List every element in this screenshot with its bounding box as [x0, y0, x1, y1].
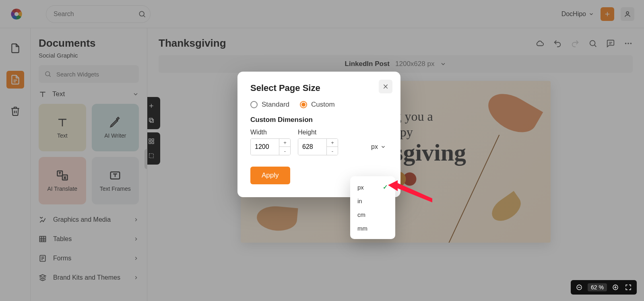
height-input[interactable] [298, 139, 326, 155]
height-label: Height [298, 129, 338, 136]
width-decrement[interactable]: - [279, 147, 291, 155]
unit-select[interactable]: px [369, 138, 388, 155]
radio-standard-label: Standard [262, 101, 289, 109]
unit-option-px[interactable]: px ✓ [350, 180, 395, 194]
unit-option-label: in [357, 198, 362, 204]
radio-custom-label: Custom [311, 101, 335, 109]
chevron-down-icon [380, 144, 386, 150]
height-input-wrap: + - [298, 138, 338, 155]
unit-option-mm[interactable]: mm [350, 221, 395, 235]
unit-label: px [371, 143, 378, 150]
unit-option-in[interactable]: in [350, 194, 395, 208]
zoom-bar: 62 % [571, 280, 637, 295]
modal-mode-radios: Standard Custom [250, 101, 388, 109]
width-input-wrap: + - [250, 138, 291, 155]
width-input[interactable] [251, 139, 279, 155]
modal-title: Select Page Size [250, 83, 388, 93]
height-column: Height + - [298, 129, 338, 155]
width-increment[interactable]: + [279, 139, 291, 147]
unit-option-cm[interactable]: cm [350, 208, 395, 221]
close-button[interactable] [379, 80, 392, 93]
height-decrement[interactable]: - [327, 147, 338, 155]
radio-icon [300, 101, 307, 108]
width-column: Width + - [250, 129, 291, 155]
radio-standard[interactable]: Standard [250, 101, 289, 109]
unit-option-label: mm [357, 225, 367, 232]
dimension-row: Width + - Height + - px [250, 129, 388, 155]
radio-custom[interactable]: Custom [300, 101, 335, 109]
custom-dimension-label: Custom Dimension [250, 116, 388, 124]
zoom-out-button[interactable] [575, 283, 584, 292]
radio-icon [250, 101, 258, 108]
zoom-level[interactable]: 62 % [588, 283, 607, 291]
unit-option-label: px [357, 184, 364, 191]
height-increment[interactable]: + [327, 139, 338, 147]
apply-button[interactable]: Apply [250, 167, 290, 184]
check-icon: ✓ [383, 183, 388, 191]
unit-option-label: cm [357, 211, 365, 218]
zoom-in-button[interactable] [611, 283, 620, 292]
width-label: Width [250, 129, 291, 136]
unit-dropdown: px ✓ in cm mm [350, 176, 395, 239]
fullscreen-button[interactable] [624, 283, 633, 292]
